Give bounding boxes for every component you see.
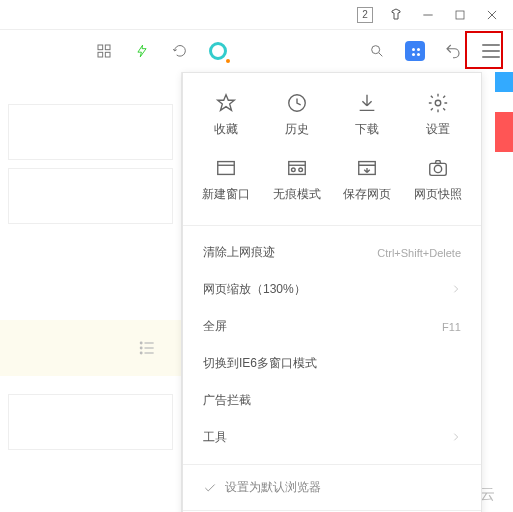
bolt-icon[interactable] [128, 37, 156, 65]
svg-rect-2 [105, 45, 110, 50]
save-icon [355, 156, 379, 180]
zoom-item[interactable]: 网页缩放（130%） [183, 271, 481, 308]
search-icon[interactable] [363, 37, 391, 65]
brand-icon[interactable] [204, 37, 232, 65]
grid-apps-button[interactable] [401, 37, 429, 65]
svg-rect-11 [218, 162, 235, 175]
grid-label: 无痕模式 [273, 186, 321, 203]
grid-label: 网页快照 [414, 186, 462, 203]
apps-icon[interactable] [90, 37, 118, 65]
download-item[interactable]: 下载 [332, 85, 403, 144]
tab-count-badge[interactable]: 2 [357, 7, 373, 23]
grid-label: 保存网页 [343, 186, 391, 203]
svg-point-8 [140, 352, 142, 354]
svg-rect-3 [98, 52, 103, 57]
chevron-right-icon [451, 284, 461, 296]
savepage-item[interactable]: 保存网页 [332, 150, 403, 209]
ie6-mode-item[interactable]: 切换到IE6多窗口模式 [183, 345, 481, 382]
incognito-item[interactable]: 无痕模式 [262, 150, 333, 209]
history-item[interactable]: 历史 [262, 85, 333, 144]
right-decoration [495, 72, 513, 512]
default-browser-item[interactable]: 设置为默认浏览器 [183, 469, 481, 506]
content-box [8, 104, 173, 160]
wardrobe-icon[interactable] [387, 6, 405, 24]
grid-label: 下载 [355, 121, 379, 138]
undo-icon[interactable] [439, 37, 467, 65]
content-box [8, 168, 173, 224]
check-icon [203, 481, 217, 495]
svg-point-6 [140, 342, 142, 344]
svg-rect-12 [289, 162, 306, 175]
list-icon[interactable] [137, 338, 157, 358]
download-icon [355, 91, 379, 115]
svg-rect-4 [105, 52, 110, 57]
grid-label: 收藏 [214, 121, 238, 138]
grid-label: 设置 [426, 121, 450, 138]
main-menu-dropdown: 收藏历史下载设置新建窗口无痕模式保存网页网页快照 清除上网痕迹Ctrl+Shif… [182, 72, 482, 512]
fullscreen-item[interactable]: 全屏F11 [183, 308, 481, 345]
close-button[interactable] [483, 6, 501, 24]
menu-highlight-marker [465, 31, 503, 69]
refresh-icon[interactable] [166, 37, 194, 65]
star-icon [214, 91, 238, 115]
adblock-item[interactable]: 广告拦截 [183, 382, 481, 419]
newwin-item[interactable]: 新建窗口 [191, 150, 262, 209]
content-box [8, 394, 173, 450]
menu-grid: 收藏历史下载设置新建窗口无痕模式保存网页网页快照 [183, 73, 481, 221]
svg-point-5 [372, 46, 380, 54]
svg-point-17 [434, 165, 441, 172]
camera-icon [426, 156, 450, 180]
chevron-right-icon [451, 432, 461, 444]
left-panel [0, 72, 182, 512]
tools-item[interactable]: 工具 [183, 419, 481, 456]
gear-icon [426, 91, 450, 115]
list-toolbar [0, 320, 181, 376]
minimize-button[interactable] [419, 6, 437, 24]
titlebar: 2 [0, 0, 513, 30]
grid-label: 历史 [285, 121, 309, 138]
svg-point-14 [299, 168, 303, 172]
window-icon [214, 156, 238, 180]
svg-point-7 [140, 347, 142, 349]
svg-point-10 [435, 100, 441, 106]
maximize-button[interactable] [451, 6, 469, 24]
snapshot-item[interactable]: 网页快照 [403, 150, 474, 209]
svg-point-13 [291, 168, 295, 172]
toolbar [0, 30, 513, 72]
favorite-item[interactable]: 收藏 [191, 85, 262, 144]
grid-label: 新建窗口 [202, 186, 250, 203]
settings-item[interactable]: 设置 [403, 85, 474, 144]
svg-rect-0 [456, 11, 464, 19]
clock-icon [285, 91, 309, 115]
svg-rect-1 [98, 45, 103, 50]
clear-history-item[interactable]: 清除上网痕迹Ctrl+Shift+Delete [183, 234, 481, 271]
incognito-icon [285, 156, 309, 180]
